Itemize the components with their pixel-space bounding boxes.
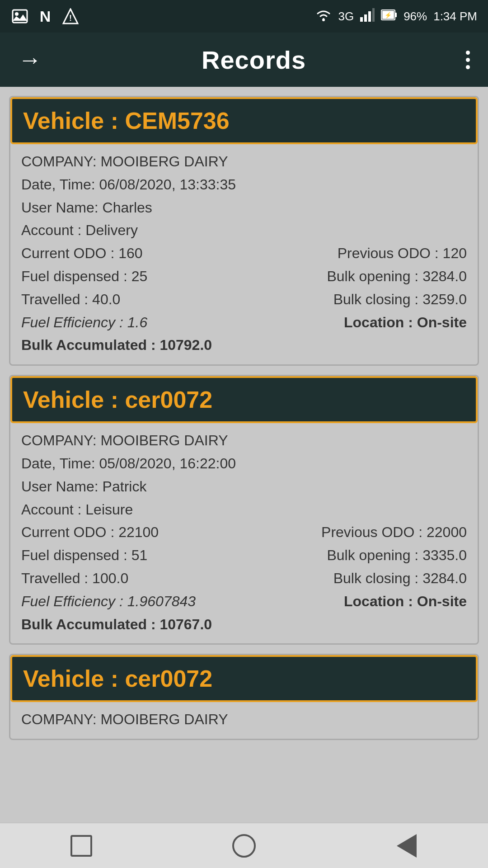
previous-odo-2: Previous ODO : 22000 [321,522,467,542]
time-display: 1:34 PM [433,9,477,24]
fuel-bulk-open-row-1: Fuel dispensed : 25 Bulk opening : 3284.… [21,266,467,287]
svg-point-4 [322,19,325,21]
account-2: Account : Leisure [21,500,467,520]
bulk-opening-1: Bulk opening : 3284.0 [327,266,467,287]
back-button[interactable]: → [18,46,42,73]
status-bar: N ! 3G [0,0,488,33]
record-card-2: Vehicle : cer0072 COMPANY: MOOIBERG DAIR… [9,375,479,645]
company-3: COMPANY: MOOIBERG DAIRY [21,709,467,730]
travelled-2: Travelled : 100.0 [21,568,128,589]
svg-rect-11 [395,13,397,17]
record-card-1: Vehicle : CEM5736 COMPANY: MOOIBERG DAIR… [9,96,479,366]
recent-apps-button[interactable] [63,832,99,859]
svg-rect-8 [372,8,375,22]
travelled-bulk-close-row-1: Travelled : 40.0 Bulk closing : 3259.0 [21,289,467,310]
record-body-3: COMPANY: MOOIBERG DAIRY [10,702,478,730]
fuel-efficiency-1: Fuel Efficiency : 1.6 [21,312,147,333]
svg-rect-5 [360,17,363,22]
efficiency-location-row-1: Fuel Efficiency : 1.6 Location : On-site [21,312,467,333]
svg-rect-6 [364,14,367,22]
username-1: User Name: Charles [21,198,467,218]
battery-icon: ⚡ [381,8,397,25]
overflow-menu-button[interactable] [466,51,470,69]
vehicle-header-1: Vehicle : CEM5736 [10,97,478,144]
page-title: Records [202,45,306,75]
account-1: Account : Delivery [21,220,467,241]
bulk-closing-1: Bulk closing : 3259.0 [333,289,467,310]
image-icon [11,7,29,25]
bulk-accumulated-2: Bulk Accumulated : 10767.0 [21,614,467,635]
recent-apps-icon [70,835,92,857]
bulk-accumulated-1: Bulk Accumulated : 10792.0 [21,335,467,355]
record-card-3: Vehicle : cer0072 COMPANY: MOOIBERG DAIR… [9,654,479,740]
status-icons: N ! [11,7,80,25]
svg-text:!: ! [69,14,72,23]
menu-dot-2 [466,58,470,62]
current-odo-2: Current ODO : 22100 [21,522,159,542]
warning-icon: ! [61,7,80,25]
previous-odo-1: Previous ODO : 120 [338,243,467,264]
company-1: COMPANY: MOOIBERG DAIRY [21,151,467,172]
location-2: Location : On-site [344,591,467,612]
records-list: Vehicle : CEM5736 COMPANY: MOOIBERG DAIR… [0,87,488,794]
home-icon [232,834,256,858]
bottom-navigation [0,823,488,868]
menu-dot-1 [466,51,470,55]
username-2: User Name: Patrick [21,476,467,497]
vehicle-title-2: Vehicle : cer0072 [23,387,212,413]
efficiency-location-row-2: Fuel Efficiency : 1.9607843 Location : O… [21,591,467,612]
bulk-opening-2: Bulk opening : 3335.0 [327,545,467,566]
vehicle-title-1: Vehicle : CEM5736 [23,108,230,134]
status-right: 3G ⚡ 96% 1:34 PM [315,8,477,25]
back-nav-button[interactable] [389,832,425,859]
record-body-2: COMPANY: MOOIBERG DAIRY Date, Time: 05/0… [10,423,478,634]
vehicle-title-3: Vehicle : cer0072 [23,665,212,692]
n-icon: N [36,7,54,25]
fuel-dispensed-2: Fuel dispensed : 51 [21,545,147,566]
battery-percent: 96% [404,9,427,24]
app-bar: → Records [0,33,488,87]
network-label: 3G [338,9,354,24]
datetime-2: Date, Time: 05/08/2020, 16:22:00 [21,453,467,474]
odo-row-2: Current ODO : 22100 Previous ODO : 22000 [21,522,467,542]
record-body-1: COMPANY: MOOIBERG DAIRY Date, Time: 06/0… [10,144,478,355]
vehicle-header-3: Vehicle : cer0072 [10,655,478,702]
vehicle-header-2: Vehicle : cer0072 [10,376,478,423]
svg-rect-7 [368,11,371,22]
wifi-icon [315,8,332,25]
datetime-1: Date, Time: 06/08/2020, 13:33:35 [21,175,467,195]
menu-dot-3 [466,65,470,69]
location-1: Location : On-site [344,312,467,333]
company-2: COMPANY: MOOIBERG DAIRY [21,430,467,451]
home-button[interactable] [226,832,262,859]
travelled-1: Travelled : 40.0 [21,289,120,310]
signal-icon [360,8,375,25]
travelled-bulk-close-row-2: Travelled : 100.0 Bulk closing : 3284.0 [21,568,467,589]
current-odo-1: Current ODO : 160 [21,243,143,264]
svg-text:⚡: ⚡ [385,11,392,19]
bulk-closing-2: Bulk closing : 3284.0 [333,568,467,589]
back-icon [397,834,417,858]
svg-point-1 [15,12,19,16]
fuel-bulk-open-row-2: Fuel dispensed : 51 Bulk opening : 3335.… [21,545,467,566]
odo-row-1: Current ODO : 160 Previous ODO : 120 [21,243,467,264]
fuel-efficiency-2: Fuel Efficiency : 1.9607843 [21,591,196,612]
fuel-dispensed-1: Fuel dispensed : 25 [21,266,147,287]
